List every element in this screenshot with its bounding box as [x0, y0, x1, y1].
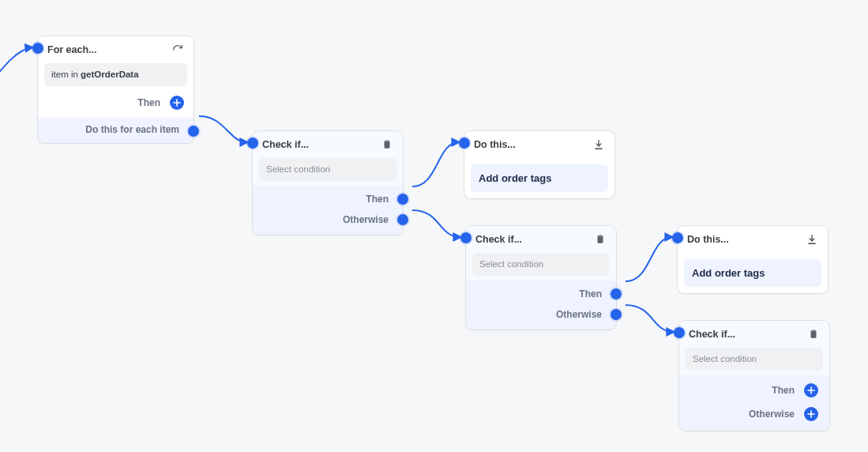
condition-input[interactable]: Select condition [259, 158, 396, 181]
then-port[interactable] [611, 288, 622, 299]
otherwise-port[interactable] [397, 214, 408, 225]
checkif-node-2[interactable]: Check if... Select condition Then Otherw… [466, 226, 616, 330]
foreach-node[interactable]: For each... item in getOrderData Then Do… [38, 36, 194, 143]
svg-rect-3 [599, 235, 602, 236]
action-pill[interactable]: Add order tags [684, 259, 821, 287]
input-port[interactable] [459, 137, 470, 149]
foreach-footer-label: Do this for each item [85, 124, 179, 135]
input-port[interactable] [247, 137, 258, 149]
svg-rect-1 [385, 140, 389, 141]
add-then-button[interactable] [804, 383, 818, 397]
node-title: Check if... [689, 329, 735, 340]
node-title: Check if... [475, 234, 522, 245]
then-label: Then [137, 97, 160, 108]
foreach-footer: Do this for each item [38, 118, 194, 143]
input-port[interactable] [672, 232, 683, 243]
node-header: Check if... [679, 321, 829, 348]
then-label: Then [366, 194, 389, 205]
condition-placeholder: Select condition [693, 354, 757, 363]
pill-prefix: item in [51, 70, 81, 79]
condition-placeholder: Select condition [479, 259, 543, 269]
then-row: Then [679, 379, 829, 405]
node-header: Do this... [678, 226, 828, 253]
checkif-node-3[interactable]: Check if... Select condition Then Otherw… [679, 321, 829, 431]
node-header: Check if... [466, 226, 616, 253]
foreach-then-row: Then [38, 91, 194, 118]
clipboard-icon[interactable] [594, 233, 607, 246]
action-pill[interactable]: Add order tags [471, 164, 608, 192]
input-port[interactable] [674, 327, 685, 338]
node-title: Check if... [262, 139, 309, 150]
node-header: Check if... [253, 131, 403, 158]
node-title: For each... [47, 44, 97, 55]
condition-input[interactable]: Select condition [472, 253, 610, 276]
then-label: Then [772, 385, 795, 396]
node-title: Do this... [474, 139, 516, 150]
otherwise-row: Otherwise [679, 405, 829, 429]
otherwise-row: Otherwise [253, 213, 403, 233]
node-header: Do this... [464, 131, 614, 158]
input-port[interactable] [32, 43, 43, 54]
clipboard-icon[interactable] [381, 138, 393, 151]
output-port[interactable] [188, 126, 199, 137]
foreach-item-pill[interactable]: item in getOrderData [44, 63, 187, 86]
otherwise-label: Otherwise [749, 409, 795, 420]
dothis-node-1[interactable]: Do this... Add order tags [464, 131, 614, 198]
refresh-icon[interactable] [171, 43, 184, 56]
pill-source: getOrderData [81, 70, 139, 79]
otherwise-label: Otherwise [556, 309, 602, 320]
svg-rect-2 [598, 235, 603, 243]
input-port[interactable] [460, 232, 472, 243]
dothis-node-2[interactable]: Do this... Add order tags [678, 226, 828, 293]
svg-rect-4 [811, 330, 817, 337]
node-header: For each... [38, 36, 194, 63]
svg-rect-0 [385, 141, 390, 148]
add-otherwise-button[interactable] [804, 407, 818, 421]
clipboard-icon[interactable] [807, 328, 820, 341]
add-then-button[interactable] [170, 96, 184, 110]
then-row: Then [466, 284, 616, 307]
download-icon[interactable] [806, 233, 818, 246]
then-port[interactable] [397, 194, 408, 205]
condition-input[interactable]: Select condition [686, 348, 823, 371]
node-title: Do this... [687, 234, 729, 245]
download-icon[interactable] [592, 138, 605, 151]
condition-placeholder: Select condition [266, 164, 330, 174]
action-label: Add order tags [479, 172, 551, 184]
otherwise-row: Otherwise [466, 307, 616, 328]
checkif-node-1[interactable]: Check if... Select condition Then Otherw… [253, 131, 403, 235]
otherwise-port[interactable] [611, 309, 622, 320]
then-label: Then [579, 288, 602, 299]
otherwise-label: Otherwise [343, 214, 389, 225]
action-label: Add order tags [692, 267, 765, 279]
svg-rect-5 [812, 330, 815, 331]
then-row: Then [253, 189, 403, 213]
